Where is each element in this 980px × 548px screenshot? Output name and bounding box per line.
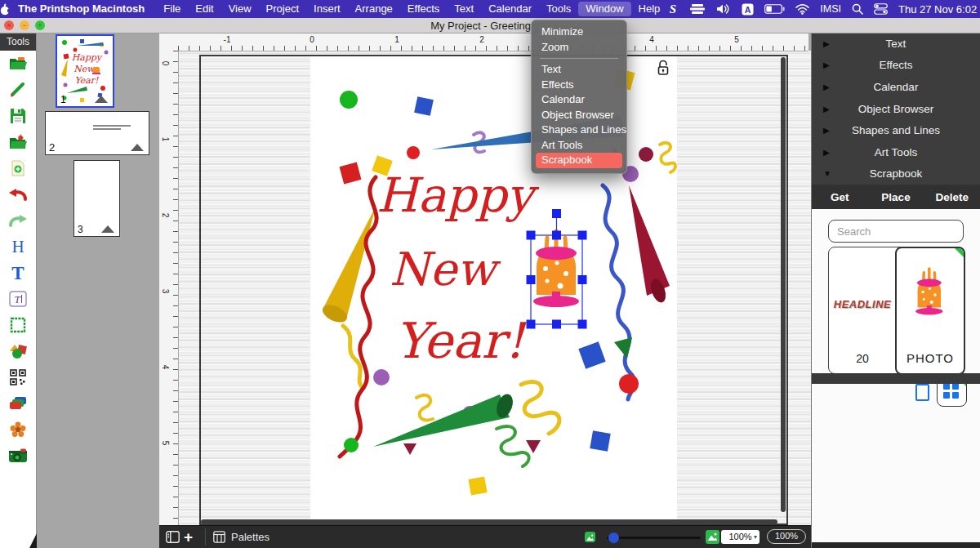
horizontal-scrollbar[interactable] bbox=[201, 519, 777, 524]
palettes-label[interactable]: Palettes bbox=[231, 531, 270, 543]
zoom-in-image-icon[interactable] bbox=[706, 530, 719, 544]
rectangle-icon bbox=[10, 317, 26, 333]
rectangle-tool-button[interactable] bbox=[0, 312, 35, 339]
sidebar-divider-bar bbox=[812, 373, 980, 384]
get-button[interactable]: Get bbox=[812, 191, 868, 203]
unlock-icon[interactable] bbox=[657, 60, 670, 79]
menubar-clock[interactable]: Thu 27 Nov 6:02 PM bbox=[898, 3, 980, 16]
scrapbook-item-photo[interactable]: PHOTO bbox=[895, 247, 965, 375]
window-menu-item-effects[interactable]: Effects bbox=[532, 78, 626, 93]
import-button[interactable] bbox=[0, 129, 35, 156]
menubar-item-window[interactable]: Window bbox=[578, 2, 630, 16]
printshop-s-icon[interactable]: S bbox=[667, 2, 679, 16]
card-headline-text[interactable]: Happy New Year! bbox=[376, 167, 540, 369]
horizontal-ruler: -1012345 bbox=[178, 33, 808, 51]
scrapbook-item-headline[interactable]: HEADLINE 20 bbox=[829, 247, 896, 373]
menubar-item-edit[interactable]: Edit bbox=[188, 2, 220, 16]
save-button[interactable] bbox=[0, 103, 35, 130]
text-box-tool-button[interactable]: T bbox=[0, 286, 35, 313]
menubar-item-insert[interactable]: Insert bbox=[306, 2, 348, 16]
text-box-icon: T bbox=[9, 291, 27, 307]
menubar-item-arrange[interactable]: Arrange bbox=[348, 2, 400, 16]
text-tool-button[interactable]: T bbox=[0, 260, 35, 287]
qr-code-tool-button[interactable] bbox=[0, 364, 35, 391]
zoom-percent-dropdown[interactable]: 100%▾ bbox=[721, 530, 760, 544]
chevron-collapsed-icon: ▶ bbox=[823, 82, 830, 91]
menubar-item-tools[interactable]: Tools bbox=[539, 2, 578, 16]
window-menu-item-object-browser[interactable]: Object Browser bbox=[532, 108, 626, 123]
cake-image[interactable] bbox=[533, 231, 579, 307]
art-tool-button[interactable] bbox=[0, 417, 35, 443]
panel-toggle-icon[interactable] bbox=[166, 531, 180, 543]
close-window-button[interactable]: × bbox=[4, 20, 14, 30]
redo-button[interactable] bbox=[0, 207, 35, 234]
chevron-collapsed-icon: ▶ bbox=[823, 60, 830, 69]
volume-icon[interactable] bbox=[716, 3, 731, 15]
page-thumbnail-1[interactable]: Happy New Year! 1 bbox=[56, 34, 114, 108]
minimize-window-button[interactable]: − bbox=[20, 20, 29, 30]
window-menu-item-text[interactable]: Text bbox=[532, 62, 626, 78]
sidebar-section-scrapbook[interactable]: ▼Scrapbook bbox=[812, 163, 980, 185]
input-source-icon[interactable]: A bbox=[742, 3, 754, 16]
sidebar-section-text[interactable]: ▶Text bbox=[812, 33, 980, 55]
menubar-item-text[interactable]: Text bbox=[447, 2, 481, 16]
menubar-item-help[interactable]: Help bbox=[631, 2, 668, 16]
headline-preview: HEADLINE bbox=[829, 298, 896, 310]
window-menu-item-art-tools[interactable]: Art Tools bbox=[532, 138, 626, 154]
zoom-slider-knob[interactable] bbox=[608, 532, 619, 543]
text-icon: T bbox=[10, 264, 26, 282]
sidebar-section-shapes-and-lines[interactable]: ▶Shapes and Lines bbox=[812, 119, 980, 141]
wifi-icon[interactable] bbox=[795, 4, 809, 15]
shapes-tool-button[interactable] bbox=[0, 338, 35, 365]
page-thumbnail-2[interactable]: 2 bbox=[45, 111, 149, 155]
draw-tool-button[interactable] bbox=[0, 77, 35, 104]
palettes-icon[interactable] bbox=[213, 531, 225, 543]
menu-bar: The Printshop Macintosh FileEditViewProj… bbox=[0, 0, 980, 18]
window-menu-item-minimize[interactable]: Minimize bbox=[532, 25, 626, 40]
scrapbook-search-input[interactable] bbox=[828, 220, 964, 243]
printer-icon[interactable] bbox=[689, 3, 706, 15]
headline-tool-button[interactable]: H bbox=[0, 234, 35, 261]
battery-icon[interactable] bbox=[764, 4, 785, 14]
menubar-item-calendar[interactable]: Calendar bbox=[481, 2, 539, 16]
menubar-item-effects[interactable]: Effects bbox=[400, 2, 448, 16]
imsi-status-label[interactable]: IMSI bbox=[820, 3, 841, 15]
open-project-button[interactable] bbox=[0, 51, 35, 78]
window-menu-item-scrapbook[interactable]: Scrapbook bbox=[536, 153, 622, 168]
sidebar-section-label: Text bbox=[886, 38, 906, 50]
delete-button[interactable]: Delete bbox=[924, 191, 980, 203]
zoom-percent-badge: 100% bbox=[767, 529, 806, 544]
photo-tool-button[interactable] bbox=[0, 443, 35, 470]
sidebar-section-art-tools[interactable]: ▶Art Tools bbox=[812, 141, 980, 163]
undo-button[interactable] bbox=[0, 181, 35, 208]
ruler-mark: 5 bbox=[161, 441, 170, 446]
menubar-item-project[interactable]: Project bbox=[259, 2, 306, 16]
zoom-out-image-icon[interactable] bbox=[585, 532, 595, 542]
zoom-window-button[interactable]: + bbox=[35, 20, 45, 30]
sidebar-section-calendar[interactable]: ▶Calendar bbox=[812, 76, 980, 98]
sidebar-section-effects[interactable]: ▶Effects bbox=[812, 55, 980, 77]
window-menu-item-calendar[interactable]: Calendar bbox=[532, 92, 626, 108]
card-decoration bbox=[414, 96, 434, 116]
card-decoration bbox=[344, 438, 359, 452]
new-page-button[interactable] bbox=[0, 155, 35, 182]
window-menu-item-zoom[interactable]: Zoom bbox=[532, 40, 626, 56]
zoom-slider-track[interactable] bbox=[607, 537, 701, 539]
single-view-button[interactable] bbox=[915, 384, 929, 401]
search-icon[interactable] bbox=[852, 3, 863, 15]
sidebar-section-object-browser[interactable]: ▶Object Browser bbox=[812, 98, 980, 120]
window-menu-item-shapes-and-lines[interactable]: Shapes and Lines bbox=[532, 123, 626, 138]
apple-menu-icon[interactable] bbox=[0, 3, 11, 16]
place-button[interactable]: Place bbox=[868, 191, 924, 203]
selected-corner-icon bbox=[955, 248, 964, 257]
add-page-button[interactable]: + bbox=[184, 526, 193, 548]
svg-text:H: H bbox=[11, 238, 24, 256]
menubar-item-file[interactable]: File bbox=[156, 2, 188, 16]
control-center-icon[interactable] bbox=[874, 3, 888, 15]
scrapbook-tool-button[interactable] bbox=[0, 390, 35, 417]
menubar-item-view[interactable]: View bbox=[221, 2, 259, 16]
page-thumbnail-3[interactable]: 3 bbox=[74, 160, 120, 237]
menubar-app-name[interactable]: The Printshop Macintosh bbox=[11, 2, 156, 16]
vertical-scrollbar[interactable] bbox=[781, 57, 786, 512]
ruler-mark: 4 bbox=[161, 365, 170, 370]
